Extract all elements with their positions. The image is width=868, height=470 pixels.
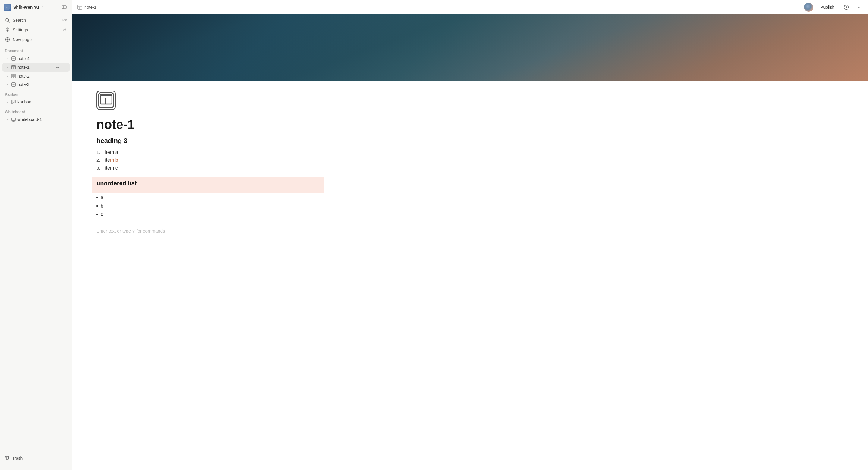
bullet-icon [96,213,98,215]
grid-icon [11,73,16,79]
svg-rect-14 [12,65,16,69]
settings-label: Settings [13,27,28,32]
section-label-kanban: Kanban [0,89,72,98]
more-icon: ··· [856,4,860,10]
svg-rect-2 [62,6,66,9]
svg-point-6 [7,29,8,31]
list-item[interactable]: 1. item a [96,148,319,156]
page-title[interactable]: note-1 [96,117,319,132]
search-shortcut: ⌘K [62,19,67,22]
new-page-item[interactable]: New page [2,35,70,44]
page-type-icon [96,90,116,110]
svg-text:S: S [6,6,8,9]
page-icon-container [96,90,319,110]
sidebar-item-label-note2: note-2 [18,74,67,79]
section-label-document: Document [0,45,72,54]
list-item-text: item a [105,150,118,155]
svg-rect-27 [14,100,16,103]
whiteboard-icon [11,117,16,122]
sidebar-item-note-3[interactable]: › note-3 [2,80,70,89]
chevron-down-icon: ⌃ [41,5,44,9]
search-item[interactable]: Search ⌘K [2,16,70,25]
sidebar-item-label-note1: note-1 [18,65,53,70]
sidebar-item-label-kanban: kanban [18,99,67,105]
link-text[interactable]: m b [110,157,118,163]
settings-icon [5,27,10,33]
content-area: note-1 heading 3 1. item a 2. item b 3. [72,14,868,470]
history-button[interactable] [841,2,851,12]
ordered-list: 1. item a 2. item b 3. item c [96,148,319,172]
chevron-icon: › [5,65,10,70]
sidebar-username: Shih-Wen Yu [13,5,39,10]
breadcrumb-text: note-1 [84,5,96,10]
sidebar-item-label-whiteboard1: whiteboard-1 [18,117,67,122]
sidebar-bottom: Trash [0,451,72,465]
list-item[interactable]: b [96,202,319,210]
svg-rect-28 [12,118,16,121]
svg-line-5 [8,21,10,22]
trash-label: Trash [12,456,23,461]
page-content: note-1 heading 3 1. item a 2. item b 3. [72,81,344,262]
unordered-heading[interactable]: unordered list [96,180,319,187]
sidebar-item-note-2[interactable]: › note-2 [2,72,70,80]
sidebar-item-note-4[interactable]: › note-4 [2,54,70,63]
bullet-icon [96,205,98,207]
document-icon [11,56,16,61]
breadcrumb: note-1 [77,4,96,10]
trash-item[interactable]: Trash [2,453,70,463]
publish-label: Publish [820,5,834,10]
settings-item[interactable]: Settings ⌘, [2,25,70,34]
sidebar-user[interactable]: S Shih-Wen Yu ⌃ [4,4,44,11]
list-item-text: item b [105,157,118,163]
list-item-text: c [101,212,103,217]
plus-icon [5,37,10,42]
note1-add-button[interactable]: + [61,64,67,70]
cover-image [72,14,868,81]
cover-overlay [72,14,868,81]
note1-actions: ··· + [55,64,67,70]
highlighted-section: unordered list [92,177,324,194]
new-page-label: New page [13,37,32,42]
sidebar-header: S Shih-Wen Yu ⌃ [0,0,72,14]
topbar: note-1 Publish ··· [72,0,868,14]
editor-placeholder[interactable]: Enter text or type '/' for commands [96,224,319,238]
trash-icon [5,455,10,461]
more-button[interactable]: ··· [854,2,863,12]
sidebar-item-label-note4: note-4 [18,56,67,61]
svg-rect-26 [13,100,14,102]
settings-shortcut: ⌘, [63,28,67,32]
search-icon [5,18,10,23]
page-icon-small [77,4,83,10]
svg-rect-25 [12,100,13,104]
svg-rect-17 [12,74,13,76]
avatar: S [4,4,11,11]
sidebar-actions: Search ⌘K Settings ⌘, [0,14,72,45]
list-number: 2. [96,157,102,163]
sidebar-item-note-1[interactable]: › note-1 ··· + [2,63,70,72]
kanban-icon [11,99,16,105]
list-item-text: b [101,203,103,209]
chevron-icon: › [5,74,10,79]
list-item[interactable]: 2. item b [96,156,319,164]
unordered-list: a b c [96,194,319,219]
note3-icon [11,82,16,87]
list-item[interactable]: 3. item c [96,164,319,172]
sidebar-item-kanban[interactable]: › kanban [2,98,70,106]
list-item[interactable]: a [96,194,319,202]
list-number: 3. [96,165,102,171]
note1-more-button[interactable]: ··· [55,64,61,70]
publish-button[interactable]: Publish [815,3,839,11]
chevron-icon: › [5,117,10,122]
user-avatar-topbar[interactable] [804,3,813,12]
bullet-icon [96,197,98,199]
collapse-sidebar-button[interactable] [60,3,68,11]
sidebar-item-whiteboard-1[interactable]: › whiteboard-1 [2,115,70,124]
section-label-whiteboard: Whiteboard [0,106,72,115]
chevron-icon: › [5,99,10,105]
svg-rect-19 [12,76,13,78]
sidebar-item-label-note3: note-3 [18,82,67,87]
heading-3[interactable]: heading 3 [96,137,319,145]
list-item[interactable]: c [96,210,319,219]
chevron-icon: › [5,56,10,61]
svg-rect-18 [14,74,16,76]
